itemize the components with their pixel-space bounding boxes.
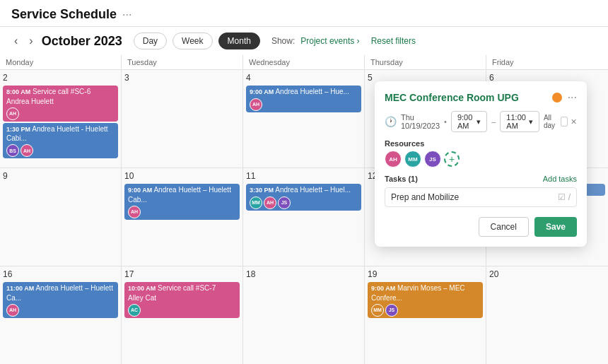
cell-oct-3: 3 [122,70,243,168]
avatar-ah11b: AH [264,196,276,209]
app-wrapper: Service Schedule ··· ‹ › October 2023 Da… [0,0,608,364]
cell-oct-10: 10 9:00 AM Andrea Huelett – Huelett Cab.… [122,168,243,266]
event-marvin-moses-19[interactable]: 9:00 AM Marvin Moses – MEC Confere... MM… [368,282,483,318]
all-day-checkbox[interactable] [561,117,568,127]
prev-month-button[interactable]: ‹ [11,33,21,49]
col-thursday: Thursday [365,55,486,69]
save-button[interactable]: Save [534,217,577,237]
add-tasks-button[interactable]: Add tasks [543,175,577,183]
popup-title: MEC Conference Room UPG [385,92,546,103]
event-andrea-huelett-2[interactable]: 1:30 PM Andrea Huelett - Huelett Cabi...… [3,123,118,159]
avatar-sc7: AC [128,304,141,317]
avatar-mm19a: MM [371,304,384,317]
avatar-sc6: AH [6,107,19,120]
cell-oct-16: 16 11:00 AM Andrea Huelett – Huelett Ca.… [0,266,122,364]
cell-oct-4: 4 9:00 AM Andrea Huelett – Hue... AH [243,70,365,168]
task-edit-icon[interactable]: / [568,192,571,202]
event-popup: MEC Conference Room UPG ··· 🕐 Thu 10/19/… [375,81,587,247]
event-andrea-huelett-11[interactable]: 3:30 PM Andrea Huelett – Huel... MM AH J… [246,184,361,211]
cancel-button[interactable]: Cancel [479,217,529,237]
clock-icon: 🕐 [385,116,397,127]
popup-more-icon[interactable]: ··· [568,91,577,104]
event-service-call-sc7[interactable]: 10:00 AM Service call #SC-7 Alley Cat AC [124,282,240,318]
month-label: October 2023 [42,34,122,49]
task-check-icon[interactable]: ☑ [558,192,566,202]
col-tuesday: Tuesday [122,55,243,69]
popup-time-start[interactable]: 9:00 AM ▾ [451,111,487,132]
avatar-ah11c: JS [278,196,291,209]
next-month-button[interactable]: › [26,33,35,49]
event-andrea-huelett-16[interactable]: 11:00 AM Andrea Huelett – Huelett Ca... … [3,282,118,318]
toolbar: ‹ › October 2023 Day Week Month Show: Pr… [0,27,608,55]
cell-oct-17: 17 10:00 AM Service call #SC-7 Alley Cat… [122,266,243,364]
project-events-link[interactable]: Project events › [300,36,359,46]
cell-oct-11: 11 3:30 PM Andrea Huelett – Huel... MM A… [243,168,365,266]
header-more-icon[interactable]: ··· [122,8,131,21]
popup-footer: Cancel Save [385,217,577,237]
popup-dot [552,93,562,102]
cell-oct-19: 19 9:00 AM Marvin Moses – MEC Confere...… [365,266,486,364]
tasks-header: Tasks (1) Add tasks [385,175,577,183]
col-friday: Friday [486,55,608,69]
all-day-label: All day [544,114,558,129]
col-wednesday: Wednesday [243,55,365,69]
app-title: Service Schedule [11,7,117,22]
all-day-row: All day ✕ [544,114,577,129]
cell-oct-9: 9 [0,168,122,266]
avatar-ah2: AH [21,144,33,157]
col-monday: Monday [0,55,122,69]
cell-oct-20: 20 [486,266,608,364]
tasks-section: Tasks (1) Add tasks Prep and Mobilize ☑ … [385,175,577,207]
resource-avatar-1[interactable]: AH [385,151,402,168]
popup-time-row: 🕐 Thu 10/19/2023 • 9:00 AM ▾ – 11:00 AM … [385,111,577,132]
popup-date: Thu 10/19/2023 [401,113,440,130]
calendar-row-3: 16 11:00 AM Andrea Huelett – Huelett Ca.… [0,266,608,364]
task-actions[interactable]: ☑ / [558,192,571,202]
show-label: Show: [271,36,295,46]
resource-avatar-2[interactable]: MM [404,151,421,168]
resources-avatars: AH MM JS + [385,151,577,168]
all-day-x[interactable]: ✕ [571,117,577,127]
avatar-ah4: AH [250,98,262,111]
avatar-ah10: AH [128,206,141,218]
cell-oct-2: 2 8:00 AM Service call #SC-6 Andrea Huel… [0,70,122,168]
week-view-button[interactable]: Week [173,33,212,49]
popup-title-row: MEC Conference Room UPG ··· [385,91,577,104]
avatar-bs: BS [6,144,19,157]
event-andrea-huelett-10[interactable]: 9:00 AM Andrea Huelett – Huelett Cab... … [124,184,240,220]
task-item: Prep and Mobilize ☑ / [385,187,577,207]
popup-time-end[interactable]: 11:00 AM ▾ [500,111,539,132]
avatar-ah11a: MM [250,196,262,209]
resources-section: Resources AH MM JS + [385,139,577,168]
event-service-call-sc6[interactable]: 8:00 AM Service call #SC-6 Andrea Huelet… [3,86,118,122]
resource-avatar-3[interactable]: JS [424,151,441,168]
tasks-label: Tasks (1) [385,175,418,183]
calendar-header: Monday Tuesday Wednesday Thursday Friday [0,55,608,70]
resources-label: Resources [385,139,577,148]
add-resource-button[interactable]: + [444,151,460,167]
avatar-mm19b: JS [385,304,398,317]
avatar-ah16: AH [6,304,19,317]
task-name: Prep and Mobilize [391,192,459,202]
month-view-button[interactable]: Month [218,33,260,49]
reset-filters-link[interactable]: Reset filters [371,36,416,46]
cell-oct-18: 18 [243,266,365,364]
day-view-button[interactable]: Day [134,33,167,49]
app-header: Service Schedule ··· [0,0,608,27]
event-andrea-huelett-4[interactable]: 9:00 AM Andrea Huelett – Hue... AH [246,86,361,112]
